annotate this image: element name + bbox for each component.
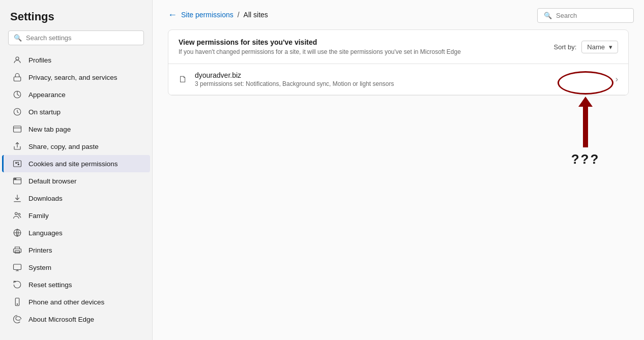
sidebar-label-share: Share, copy, and paste	[28, 143, 99, 150]
svg-point-11	[14, 178, 15, 179]
sidebar-item-downloads[interactable]: Downloads	[2, 190, 150, 207]
card-subtitle: If you haven't changed permissions for a…	[179, 48, 461, 55]
sidebar-label-system: System	[28, 264, 51, 271]
sidebar-item-share[interactable]: Share, copy, and paste	[2, 138, 150, 155]
site-permissions: 3 permissions set: Notifications, Backgr…	[195, 80, 616, 87]
family-icon	[12, 211, 22, 220]
breadcrumb-separator: /	[238, 11, 240, 19]
sidebar-label-phone: Phone and other devices	[28, 298, 104, 306]
privacy-icon	[12, 73, 22, 82]
top-search-input[interactable]	[556, 12, 627, 19]
site-name: dyouradver.biz	[195, 71, 616, 79]
svg-point-7	[16, 162, 17, 163]
downloads-icon	[12, 194, 22, 203]
top-search-box[interactable]: 🔍	[537, 8, 634, 23]
sidebar-label-on-startup: On startup	[28, 108, 61, 116]
arrow-head-icon	[578, 97, 593, 107]
sidebar-label-default-browser: Default browser	[28, 177, 77, 185]
site-file-icon: 🗋	[179, 74, 188, 85]
sidebar-search-icon: 🔍	[14, 34, 22, 42]
svg-rect-6	[14, 161, 21, 167]
svg-point-20	[17, 304, 18, 305]
edge-icon	[12, 315, 22, 324]
settings-title: Settings	[0, 5, 152, 30]
sidebar-item-appearance[interactable]: Appearance	[2, 86, 150, 103]
sidebar-label-languages: Languages	[28, 229, 63, 237]
sort-control: Sort by: Name ▾	[554, 41, 618, 53]
sort-value: Name	[587, 43, 605, 51]
svg-point-9	[18, 162, 19, 163]
sidebar-item-printers[interactable]: Printers	[2, 241, 150, 259]
sidebar-search-box[interactable]: 🔍	[8, 30, 144, 45]
card-header-left: View permissions for sites you've visite…	[179, 38, 461, 55]
sidebar-label-new-tab: New tab page	[28, 126, 71, 133]
sidebar-label-privacy: Privacy, search, and services	[28, 74, 118, 81]
phone-icon	[12, 297, 22, 306]
sidebar-search-input[interactable]	[26, 34, 138, 42]
site-row-chevron-icon: ›	[616, 75, 618, 84]
main-content: 🔍 ← Site permissions / All sites View pe…	[153, 0, 644, 340]
appearance-icon	[12, 90, 22, 99]
arrow-shaft	[583, 107, 588, 147]
share-icon	[12, 142, 22, 151]
sidebar-label-printers: Printers	[28, 246, 52, 254]
sidebar-item-about[interactable]: About Microsoft Edge	[2, 311, 150, 328]
sidebar-label-cookies: Cookies and site permissions	[28, 160, 118, 168]
reset-icon	[12, 280, 22, 289]
sidebar-label-about: About Microsoft Edge	[28, 316, 94, 323]
svg-rect-4	[14, 126, 21, 132]
newtab-icon	[12, 125, 22, 134]
card-title: View permissions for sites you've visite…	[179, 38, 461, 46]
system-icon	[12, 263, 22, 272]
sort-dropdown[interactable]: Name ▾	[581, 41, 618, 53]
site-info: dyouradver.biz 3 permissions set: Notifi…	[195, 71, 616, 87]
languages-icon	[12, 228, 22, 237]
browser-icon	[12, 176, 22, 186]
sidebar-label-appearance: Appearance	[28, 91, 66, 99]
sidebar-label-family: Family	[28, 212, 49, 220]
sidebar-item-system[interactable]: System	[2, 259, 150, 276]
sidebar-label-profiles: Profiles	[28, 56, 51, 64]
question-marks-text: ???	[571, 151, 600, 167]
sidebar-item-reset[interactable]: Reset settings	[2, 276, 150, 293]
sidebar-item-languages[interactable]: Languages	[2, 224, 150, 241]
site-row[interactable]: 🗋 dyouradver.biz 3 permissions set: Noti…	[168, 64, 628, 95]
profile-icon	[12, 55, 22, 65]
svg-rect-17	[15, 251, 20, 254]
sidebar-item-cookies[interactable]: Cookies and site permissions	[2, 155, 150, 172]
svg-point-13	[15, 212, 18, 215]
sidebar-item-privacy[interactable]: Privacy, search, and services	[2, 69, 150, 86]
permissions-card: View permissions for sites you've visite…	[168, 29, 629, 96]
sidebar-item-default-browser[interactable]: Default browser	[2, 172, 150, 190]
breadcrumb-link[interactable]: Site permissions	[181, 11, 233, 19]
back-button[interactable]: ←	[168, 10, 177, 19]
svg-point-14	[18, 213, 20, 215]
printers-icon	[12, 245, 22, 255]
svg-point-8	[18, 164, 19, 165]
cookies-icon	[12, 159, 22, 168]
sidebar-label-reset: Reset settings	[28, 281, 72, 289]
svg-point-12	[15, 178, 16, 179]
svg-rect-18	[14, 264, 21, 270]
sidebar-label-downloads: Downloads	[28, 195, 63, 202]
chevron-down-icon: ▾	[609, 43, 612, 51]
card-header: View permissions for sites you've visite…	[168, 30, 628, 64]
sidebar-item-on-startup[interactable]: On startup	[2, 103, 150, 120]
sidebar-item-family[interactable]: Family	[2, 207, 150, 224]
svg-point-0	[16, 57, 19, 60]
breadcrumb-current: All sites	[244, 11, 268, 19]
startup-icon	[12, 107, 22, 116]
sort-label: Sort by:	[554, 43, 577, 51]
sidebar-item-phone[interactable]: Phone and other devices	[2, 293, 150, 311]
sidebar-item-profiles[interactable]: Profiles	[2, 51, 150, 69]
sidebar-item-new-tab[interactable]: New tab page	[2, 120, 150, 138]
svg-rect-1	[14, 77, 21, 81]
top-search-icon: 🔍	[544, 12, 552, 19]
sidebar: Settings 🔍 Profiles Privacy, search, and…	[0, 0, 153, 340]
